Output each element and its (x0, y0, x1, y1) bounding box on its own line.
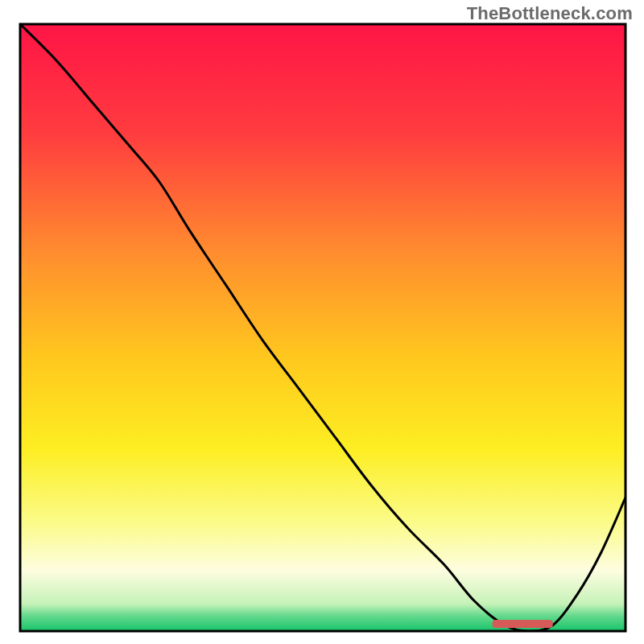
plot-area (20, 24, 625, 631)
optimal-range-marker (493, 620, 553, 628)
bottleneck-plot (0, 0, 644, 644)
chart-stage: TheBottleneck.com (0, 0, 644, 644)
gradient-background (20, 24, 625, 631)
